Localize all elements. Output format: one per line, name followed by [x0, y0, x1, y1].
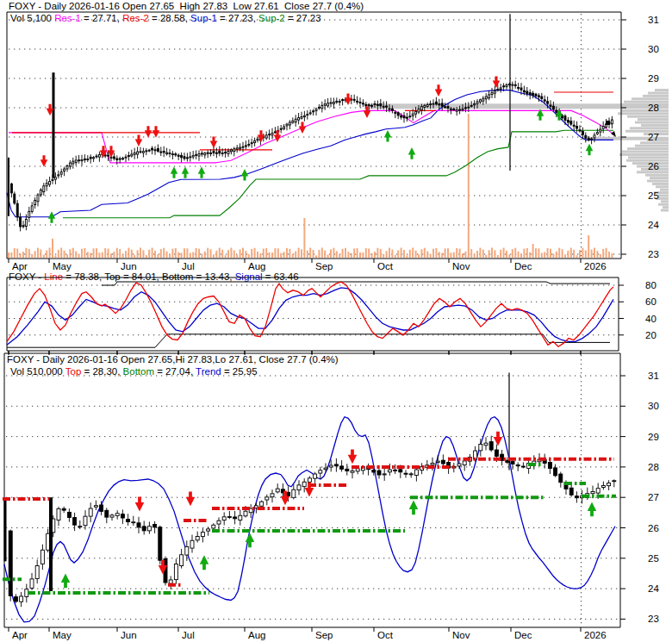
- volume-bar: [271, 252, 273, 258]
- candlestick: [242, 146, 244, 147]
- candlestick: [292, 489, 296, 497]
- volume-bar: [383, 254, 384, 258]
- candlestick: [131, 154, 133, 156]
- sell-signal-arrow: [299, 122, 307, 134]
- candlestick: [35, 565, 39, 578]
- candlestick: [190, 157, 191, 158]
- volume-bar: [204, 252, 206, 258]
- volume-bar: [445, 248, 446, 258]
- volume-bar: [22, 252, 24, 258]
- volume-bar: [148, 250, 150, 258]
- volume-bar: [339, 254, 340, 258]
- candlestick: [412, 114, 414, 115]
- candlestick: [435, 102, 437, 104]
- volume-bar: [98, 252, 100, 258]
- volume-bar: [468, 114, 470, 258]
- volume-profile-bar: [624, 101, 669, 103]
- candlestick: [213, 152, 215, 153]
- month-label: Sep: [315, 261, 333, 271]
- candlestick: [303, 115, 305, 116]
- candlestick: [523, 90, 525, 92]
- cycle-price-panel: 313029282726252423AprMayJunJulAugSepOctN…: [3, 353, 659, 640]
- candlestick: [166, 153, 168, 153]
- candlestick: [414, 470, 418, 476]
- y-axis-label: 29: [648, 432, 659, 442]
- volume-bar: [289, 249, 290, 258]
- y-axis-label: 31: [648, 15, 659, 25]
- candlestick: [227, 517, 231, 518]
- candlestick: [230, 150, 232, 152]
- candlestick: [90, 157, 91, 159]
- volume-profile-bar: [627, 147, 669, 150]
- volume-bar: [198, 249, 200, 258]
- volume-bar: [532, 244, 534, 258]
- buy-signal-arrow: [408, 147, 416, 159]
- month-label: Aug: [248, 630, 265, 640]
- volume-bar: [207, 248, 208, 258]
- candlestick: [302, 482, 306, 486]
- candlestick: [154, 150, 156, 151]
- candlestick: [108, 155, 109, 156]
- volume-profile-bar: [621, 109, 669, 112]
- candlestick: [16, 203, 18, 217]
- volume-bar: [213, 254, 215, 258]
- candlestick: [318, 107, 320, 108]
- volume-bar: [75, 252, 77, 258]
- month-label: Apr: [12, 630, 28, 640]
- volume-bar: [192, 252, 194, 258]
- candlestick: [254, 140, 256, 142]
- volume-bar: [345, 248, 346, 258]
- candlestick: [215, 153, 217, 153]
- candlestick: [100, 505, 103, 511]
- candlestick: [439, 104, 440, 105]
- month-label: Nov: [452, 630, 470, 640]
- volume-bar: [277, 248, 279, 258]
- candlestick: [497, 89, 499, 90]
- candlestick: [132, 522, 135, 523]
- volume-bar: [28, 249, 30, 258]
- candlestick: [420, 107, 422, 110]
- volume-bar: [514, 248, 516, 258]
- volume-bar: [251, 249, 252, 258]
- volume-bar: [547, 248, 549, 258]
- candlestick: [554, 468, 557, 476]
- volume-profile-bar: [619, 153, 669, 156]
- candlestick: [62, 508, 65, 510]
- candlestick: [163, 151, 165, 152]
- candlestick: [368, 105, 370, 106]
- y-axis-label: 60: [645, 296, 656, 307]
- volume-profile-bar: [632, 97, 669, 100]
- candlestick: [84, 159, 85, 159]
- candlestick: [37, 195, 39, 202]
- candlestick: [78, 160, 80, 161]
- candlestick: [415, 111, 417, 114]
- month-label: Oct: [377, 261, 394, 271]
- candlestick: [518, 88, 520, 89]
- volume-bar: [54, 255, 56, 258]
- candlestick: [14, 194, 16, 203]
- volume-bar: [606, 248, 607, 258]
- candlestick: [274, 132, 276, 133]
- candlestick: [585, 135, 587, 138]
- candlestick: [324, 468, 327, 470]
- candlestick: [535, 94, 537, 96]
- volume-bar: [263, 249, 264, 258]
- candlestick: [116, 159, 118, 159]
- candlestick: [491, 93, 493, 95]
- volume-bar: [602, 249, 604, 258]
- volume-bar: [60, 248, 62, 258]
- candlestick: [596, 489, 600, 493]
- y-axis-label: 20: [645, 330, 656, 340]
- candlestick: [58, 175, 59, 176]
- volume-bar: [128, 248, 129, 258]
- stock-chart-app: { "symbol": "FOXY", "palette": { "magent…: [0, 0, 672, 642]
- volume-bar: [219, 248, 221, 258]
- volume-bar: [535, 248, 537, 258]
- candlestick: [464, 108, 466, 109]
- candlestick: [450, 109, 451, 109]
- volume-bar: [365, 248, 367, 258]
- volume-bar: [441, 253, 443, 258]
- volume-bar: [611, 253, 613, 258]
- candlestick: [334, 464, 338, 466]
- candlestick: [386, 106, 388, 107]
